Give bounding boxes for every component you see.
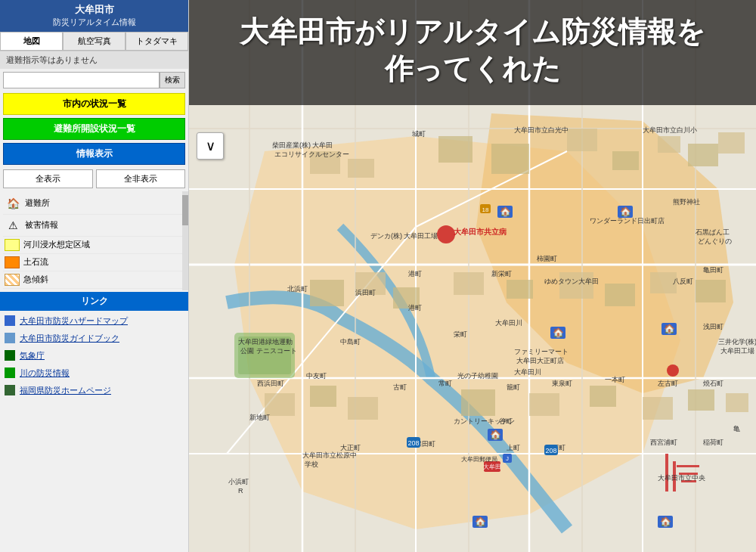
link-guide-book[interactable]: 大牟田市防災ガイドブック	[3, 330, 185, 347]
app-container: 大牟田市 防災リアルタイム情報 地図 航空写真 トタダマキ 避難指示等はありませ…	[0, 0, 756, 552]
svg-rect-34	[559, 272, 593, 299]
svg-rect-21	[348, 159, 374, 178]
svg-text:左古町: 左古町	[658, 380, 678, 387]
link-hazard-map[interactable]: 大牟田市防災ハザードマップ	[3, 312, 185, 330]
status-btn-info[interactable]: 情報表示	[3, 143, 185, 165]
svg-rect-42	[529, 393, 559, 416]
search-input[interactable]	[3, 72, 160, 88]
svg-text:ファミリーマート: ファミリーマート	[514, 348, 569, 355]
map-tab-chizu[interactable]: 地図	[0, 32, 63, 51]
sidebar: 大牟田市 防災リアルタイム情報 地図 航空写真 トタダマキ 避難指示等はありませ…	[0, 0, 189, 552]
link-dot-1	[5, 315, 15, 326]
svg-text:208: 208	[545, 447, 556, 454]
link-dot-3	[5, 350, 15, 361]
layer-item-debris[interactable]: 土石流	[3, 254, 185, 271]
svg-text:谷町: 谷町	[499, 417, 513, 425]
svg-rect-26	[658, 136, 680, 153]
svg-text:熊野神社: 熊野神社	[673, 198, 700, 206]
svg-text:新地町: 新地町	[249, 414, 270, 421]
svg-text:東泉町: 東泉町	[552, 380, 572, 387]
svg-text:エコリサイクルセンター: エコリサイクルセンター	[274, 150, 349, 158]
status-btn-shelter[interactable]: 避難所開設状況一覧	[3, 118, 185, 140]
svg-text:柿園町: 柿園町	[537, 255, 557, 262]
svg-text:常町: 常町	[438, 380, 452, 387]
svg-text:光の子幼稚園: 光の子幼稚園	[457, 372, 498, 380]
svg-text:北浜町: 北浜町	[287, 285, 308, 293]
layer-scroll-thumb[interactable]	[182, 195, 188, 225]
show-all-button[interactable]: 全表示	[3, 169, 93, 188]
svg-rect-43	[590, 386, 616, 407]
layer-label-debris: 土石流	[23, 256, 48, 268]
svg-rect-37	[696, 280, 726, 302]
layer-label-damage: 被害情報	[25, 219, 58, 231]
link-list: 大牟田市防災ハザードマップ 大牟田市防災ガイドブック 気象庁 川の防災情報 福岡…	[3, 312, 185, 399]
hide-all-button[interactable]: 全非表示	[96, 169, 186, 188]
svg-rect-38	[265, 393, 295, 416]
link-dot-2	[5, 333, 15, 343]
damage-icon: ⚠	[5, 217, 21, 234]
svg-text:🏠: 🏠	[475, 516, 486, 527]
svg-text:デンカ(株) 大牟田工場: デンカ(株) 大牟田工場	[370, 232, 438, 240]
map-tab-aerial[interactable]: 航空写真	[63, 32, 125, 51]
svg-text:R: R	[238, 487, 243, 495]
svg-text:J: J	[506, 455, 509, 462]
layer-item-slope[interactable]: 急傾斜	[3, 271, 185, 289]
svg-text:小浜町: 小浜町	[228, 478, 249, 485]
layer-item-shelter[interactable]: 🏠 避難所	[3, 193, 185, 215]
svg-text:🏠: 🏠	[500, 206, 511, 217]
svg-text:大正町: 大正町	[340, 444, 361, 451]
svg-text:籠町: 籠町	[507, 383, 520, 391]
link-label-3: 気象庁	[20, 350, 45, 361]
svg-text:大牟田市立松原中: 大牟田市立松原中	[302, 451, 357, 459]
svg-rect-23	[491, 144, 529, 174]
layer-list: 🏠 避難所 ⚠ 被害情報 河川浸水想定区域 土石流 急傾斜	[3, 193, 185, 289]
map-area[interactable]: 柴田産業(株) 大牟田 エコリサイクルセンター 城町 大牟田市立白光中 大牟田市…	[189, 0, 756, 552]
svg-text:栄町: 栄町	[454, 330, 467, 338]
link-label-4: 川の防災情報	[20, 367, 70, 379]
search-button[interactable]: 検索	[160, 72, 185, 88]
svg-text:大牟田港緑地運動: 大牟田港緑地運動	[238, 338, 293, 346]
svg-rect-53	[677, 465, 699, 467]
svg-text:大牟田: 大牟田	[483, 464, 501, 470]
svg-point-50	[667, 364, 679, 377]
svg-text:🏠: 🏠	[660, 516, 671, 527]
svg-text:城町: 城町	[411, 130, 426, 138]
svg-text:焼石町: 焼石町	[703, 380, 723, 387]
svg-rect-24	[567, 129, 597, 151]
link-river[interactable]: 川の防災情報	[3, 364, 185, 382]
svg-text:ゆめタウン大牟田: ゆめタウン大牟田	[544, 278, 599, 285]
layer-scroll-indicator[interactable]	[182, 191, 188, 290]
svg-text:大牟田川: 大牟田川	[495, 319, 522, 327]
link-fukuoka[interactable]: 福岡県防災ホームページ	[3, 382, 185, 399]
svg-text:大牟田市立白川小: 大牟田市立白川小	[643, 126, 697, 134]
svg-text:公園 テニスコート: 公園 テニスコート	[240, 347, 297, 355]
svg-rect-44	[643, 397, 673, 420]
svg-rect-32	[454, 272, 484, 295]
svg-rect-45	[688, 389, 714, 411]
svg-rect-40	[348, 397, 378, 420]
svg-text:どんぐりの: どんぐりの	[698, 237, 732, 245]
status-btn-city[interactable]: 市内の状況一覧	[3, 93, 185, 115]
svg-rect-27	[688, 144, 718, 166]
svg-rect-39	[310, 386, 336, 407]
svg-text:18: 18	[482, 206, 489, 213]
link-label-1: 大牟田市防災ハザードマップ	[20, 315, 128, 327]
link-label-2: 大牟田市防災ガイドブック	[20, 333, 119, 344]
svg-rect-28	[718, 132, 745, 154]
svg-text:西宮浦町: 西宮浦町	[650, 439, 677, 446]
layer-item-damage[interactable]: ⚠ 被害情報	[3, 215, 185, 237]
layer-item-flood[interactable]: 河川浸水想定区域	[3, 237, 185, 254]
search-box: 検索	[3, 72, 185, 88]
map-tab-other[interactable]: トタダマキ	[125, 32, 188, 51]
debris-color	[5, 256, 20, 268]
link-weather[interactable]: 気象庁	[3, 347, 185, 364]
svg-text:中島町: 中島町	[340, 338, 361, 346]
svg-rect-33	[507, 280, 533, 299]
svg-point-49	[437, 225, 455, 243]
shelter-icon: 🏠	[5, 195, 21, 212]
svg-text:柴田産業(株) 大牟田: 柴田産業(株) 大牟田	[272, 141, 333, 149]
collapse-button[interactable]: ∨	[197, 132, 224, 160]
svg-text:石黒ぱん工: 石黒ぱん工	[696, 228, 730, 236]
svg-text:上町: 上町	[507, 444, 520, 451]
link-label-5: 福岡県防災ホームページ	[20, 385, 111, 396]
